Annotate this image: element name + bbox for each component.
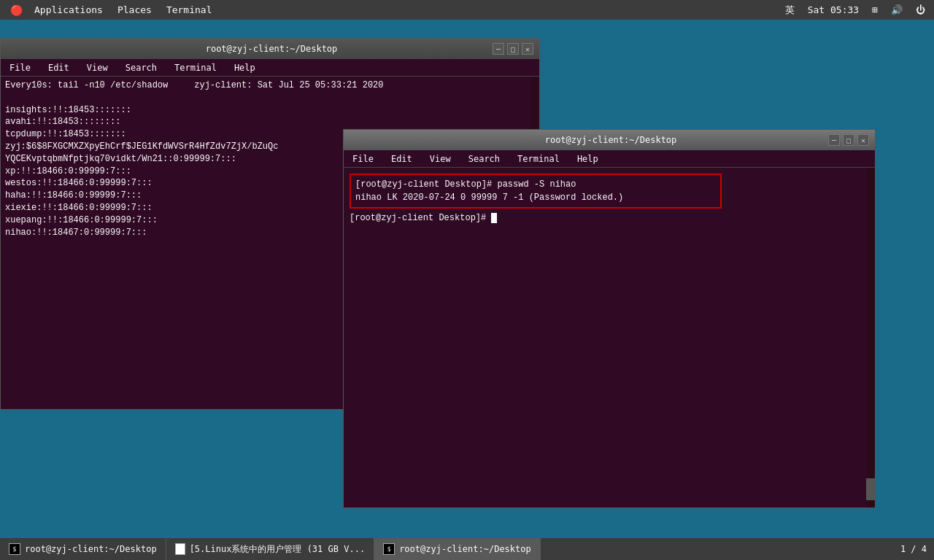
taskbar-terminal2-label: root@zyj-client:~/Desktop <box>399 544 531 554</box>
terminal2-controls: ─ □ ✕ <box>828 134 869 146</box>
terminal1-minimize[interactable]: ─ <box>493 43 504 55</box>
terminal2-result-line: nihao LK 2020-07-24 0 99999 7 -1 (Passwo… <box>355 191 716 204</box>
terminal1-menu-file[interactable]: File <box>5 61 35 74</box>
taskbar-page-info: 1 / 4 <box>900 544 934 554</box>
network-icon[interactable]: ⊞ <box>869 4 881 15</box>
taskbar-item-terminal1[interactable]: $ root@zyj-client:~/Desktop <box>0 538 166 560</box>
terminal1-line-1: Every10s: tail -n10 /etc/shadow zyj-clie… <box>5 79 535 92</box>
power-icon[interactable]: ⏻ <box>913 4 928 15</box>
terminal1-title: root@zyj-client:~/Desktop <box>50 44 493 54</box>
topbar-left: 🔴 Applications Places Terminal <box>6 3 220 18</box>
terminal1-controls: ─ □ ✕ <box>493 43 533 55</box>
terminal2-menu-edit[interactable]: Edit <box>387 152 417 166</box>
terminal1-maximize[interactable]: □ <box>507 43 519 55</box>
taskbar-items: $ root@zyj-client:~/Desktop [5.Linux系统中的… <box>0 538 541 560</box>
terminal2-menubar: File Edit View Search Terminal Help <box>344 150 875 168</box>
taskbar-terminal1-icon: $ <box>9 543 20 555</box>
topbar-terminal[interactable]: Terminal <box>159 3 220 17</box>
terminal2-menu-search[interactable]: Search <box>464 152 504 166</box>
terminal1-menu-terminal[interactable]: Terminal <box>170 61 221 74</box>
taskbar-item-terminal2[interactable]: $ root@zyj-client:~/Desktop <box>374 538 541 560</box>
terminal2-scrollbar[interactable] <box>866 168 875 508</box>
topbar-applications[interactable]: Applications <box>27 3 110 17</box>
terminal2-menu-terminal[interactable]: Terminal <box>513 152 564 166</box>
terminal2-menu-help[interactable]: Help <box>573 152 603 166</box>
taskbar: $ root@zyj-client:~/Desktop [5.Linux系统中的… <box>0 538 934 560</box>
terminal2-maximize[interactable]: □ <box>843 134 854 146</box>
volume-icon[interactable]: 🔊 <box>888 4 906 15</box>
terminal2-menu-view[interactable]: View <box>425 152 455 166</box>
terminal-cursor <box>491 213 497 223</box>
topbar-right: 英 Sat 05:33 ⊞ 🔊 ⏻ <box>782 4 928 17</box>
terminal1-menubar: File Edit View Search Terminal Help <box>1 59 539 77</box>
terminal1-close[interactable]: ✕ <box>522 43 533 55</box>
terminal2-close[interactable]: ✕ <box>857 134 869 146</box>
terminal1-titlebar: root@zyj-client:~/Desktop ─ □ ✕ <box>1 39 539 59</box>
terminal1-menu-search[interactable]: Search <box>121 61 161 74</box>
terminal2-prompt-line: [root@zyj-client Desktop]# <box>350 211 869 225</box>
system-icon: 🔴 <box>6 3 27 18</box>
terminal1-line-blank <box>5 92 535 104</box>
terminal-window-2: root@zyj-client:~/Desktop ─ □ ✕ File Edi… <box>343 129 876 508</box>
terminal2-minimize[interactable]: ─ <box>828 134 840 146</box>
terminal1-menu-help[interactable]: Help <box>230 61 260 74</box>
terminal2-content: [root@zyj-client Desktop]# passwd -S nih… <box>344 168 875 508</box>
terminal1-menu-view[interactable]: View <box>82 61 112 74</box>
terminal2-cmd-line: [root@zyj-client Desktop]# passwd -S nih… <box>355 178 716 191</box>
taskbar-item-doc[interactable]: [5.Linux系统中的用户管理 (31 GB V... <box>166 538 375 560</box>
taskbar-doc-icon <box>175 543 185 555</box>
taskbar-doc-label: [5.Linux系统中的用户管理 (31 GB V... <box>190 543 366 556</box>
desktop: root@zyj-client:~/Desktop ─ □ ✕ File Edi… <box>0 20 934 560</box>
terminal2-scrollbar-thumb[interactable] <box>866 478 875 500</box>
language-indicator: 英 <box>782 4 798 17</box>
terminal1-line-avahi: avahi:!!:18453:::::::: <box>5 116 535 128</box>
taskbar-terminal2-icon: $ <box>383 543 395 555</box>
topbar: 🔴 Applications Places Terminal 英 Sat 05:… <box>0 0 934 20</box>
clock: Sat 05:33 <box>805 4 862 15</box>
terminal2-titlebar: root@zyj-client:~/Desktop ─ □ ✕ <box>344 130 875 150</box>
taskbar-terminal1-label: root@zyj-client:~/Desktop <box>25 544 157 554</box>
terminal2-highlighted-block: [root@zyj-client Desktop]# passwd -S nih… <box>350 174 722 209</box>
terminal1-line-insights: insights:!!:18453::::::: <box>5 104 535 117</box>
topbar-places[interactable]: Places <box>110 3 159 17</box>
terminal2-menu-file[interactable]: File <box>348 152 378 166</box>
terminal2-title: root@zyj-client:~/Desktop <box>393 135 828 145</box>
terminal1-menu-edit[interactable]: Edit <box>44 61 74 74</box>
